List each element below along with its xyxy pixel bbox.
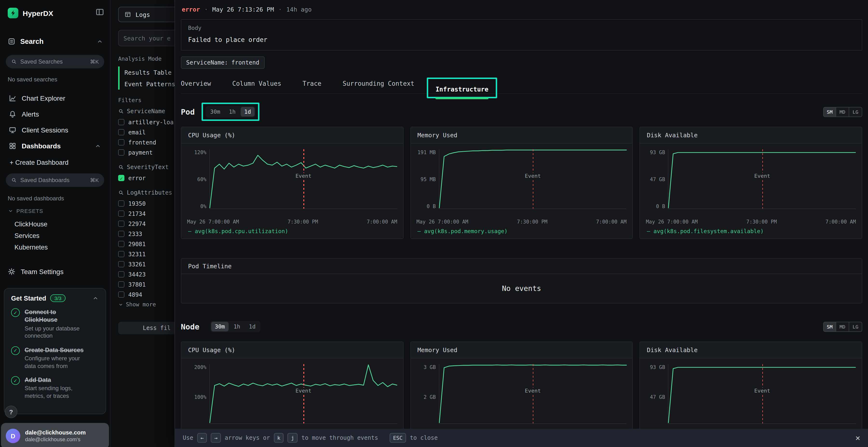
facet-value-row[interactable]: email xyxy=(118,127,175,137)
checkbox[interactable] xyxy=(118,200,124,207)
node-range-1h-button[interactable]: 1h xyxy=(230,322,244,332)
node-range-30m-button[interactable]: 30m xyxy=(211,322,229,332)
saved-searches-input[interactable] xyxy=(20,58,87,65)
pod-range-30m-button[interactable]: 30m xyxy=(207,107,224,116)
source-selector-button[interactable]: Logs xyxy=(118,7,175,22)
facet-value-row[interactable]: 33261 xyxy=(118,259,175,269)
get-started-item[interactable]: ✓ Connect to ClickHouse Set up your data… xyxy=(11,308,99,340)
saved-dashboards-input[interactable] xyxy=(20,177,87,183)
checkbox[interactable] xyxy=(118,149,124,156)
user-account-button[interactable]: D dale@clickhouse.com dale@clickhouse.co… xyxy=(1,423,109,447)
annotation-box-infrastructure-tab: Infrastructure xyxy=(427,77,497,98)
checkbox[interactable] xyxy=(118,119,124,125)
chevron-down-icon xyxy=(118,302,123,307)
pod-cpu-line-chart[interactable]: Event xyxy=(209,149,397,209)
facet-value-row[interactable]: 32311 xyxy=(118,249,175,259)
checkbox[interactable] xyxy=(118,220,124,227)
facet-value-row[interactable]: 22974 xyxy=(118,219,175,229)
get-started-item[interactable]: ✓ Add Data Start sending logs, metrics, … xyxy=(11,376,99,400)
logs-table-icon xyxy=(124,11,131,18)
sidebar-item-chart-explorer[interactable]: Chart Explorer xyxy=(6,92,104,105)
facet-value-row[interactable]: 21734 xyxy=(118,209,175,219)
less-filters-button[interactable]: Less fil xyxy=(118,322,175,334)
pod-size-lg-button[interactable]: LG xyxy=(849,107,862,117)
checkbox[interactable] xyxy=(118,241,124,247)
checkbox[interactable] xyxy=(118,291,124,298)
node-memory-line-chart[interactable]: Event xyxy=(439,364,626,424)
checkbox[interactable] xyxy=(118,251,124,257)
checkbox[interactable] xyxy=(118,139,124,145)
facet-value-row[interactable]: 2333 xyxy=(118,229,175,239)
pod-range-1h-button[interactable]: 1h xyxy=(225,107,240,116)
pod-size-sm-button[interactable]: SM xyxy=(823,107,836,117)
event-search-box[interactable] xyxy=(118,30,175,46)
event-search-input[interactable] xyxy=(123,34,175,42)
search-icon xyxy=(11,177,17,183)
saved-searches-search[interactable]: ⌘K xyxy=(6,55,104,68)
pod-disk-line-chart[interactable]: Event xyxy=(668,149,856,209)
y-tick: 200% xyxy=(194,364,207,370)
facet-value-row[interactable]: 34423 xyxy=(118,269,175,279)
show-more-link[interactable]: Show more xyxy=(118,300,175,309)
checkbox[interactable] xyxy=(118,261,124,267)
chart-title: Memory Used xyxy=(411,342,632,358)
monitor-icon xyxy=(9,126,17,134)
saved-dashboards-search[interactable]: ⌘K xyxy=(6,173,104,187)
sidebar-item-kubernetes[interactable]: Kubernetes xyxy=(14,244,110,251)
create-dashboard-button[interactable]: + Create Dashboard xyxy=(10,159,110,166)
tab-column-values[interactable]: Column Values xyxy=(232,80,281,94)
chevron-up-icon[interactable] xyxy=(92,295,99,302)
pod-chart-size-selector: SM MD LG xyxy=(823,107,862,117)
checkbox[interactable] xyxy=(118,231,124,237)
pod-size-md-button[interactable]: MD xyxy=(836,107,849,117)
facet-value-row[interactable]: error xyxy=(118,173,175,183)
checkbox[interactable] xyxy=(118,210,124,217)
tab-overview[interactable]: Overview xyxy=(181,80,211,94)
analysis-mode-results-table[interactable]: Results Table xyxy=(120,66,175,78)
node-cpu-line-chart[interactable]: Event xyxy=(209,364,397,424)
facet-value-row[interactable]: 4894 xyxy=(118,289,175,300)
facet-value-row[interactable]: 19350 xyxy=(118,199,175,209)
facet-value-row[interactable]: frontend xyxy=(118,137,175,147)
checkbox[interactable] xyxy=(118,281,124,287)
node-size-md-button[interactable]: MD xyxy=(836,321,849,332)
x-tick: May 26 7:00:00 AM xyxy=(416,219,468,225)
sidebar-section-search[interactable]: Search xyxy=(8,38,103,45)
sidebar-item-team-settings[interactable]: Team Settings xyxy=(5,265,104,278)
facet-value-row[interactable]: 29081 xyxy=(118,239,175,249)
facet-value-row[interactable]: artillery-loa xyxy=(118,117,175,127)
tab-surrounding-context[interactable]: Surrounding Context xyxy=(343,80,414,94)
checkbox[interactable] xyxy=(118,271,124,277)
close-panel-button[interactable]: × xyxy=(856,434,861,442)
pod-range-1d-button[interactable]: 1d xyxy=(240,107,255,116)
analysis-mode-event-patterns[interactable]: Event Patterns xyxy=(120,78,175,90)
checkbox-checked-icon[interactable] xyxy=(118,175,124,181)
event-body-section: Body Failed to place order xyxy=(181,19,862,50)
node-size-sm-button[interactable]: SM xyxy=(823,321,836,332)
sidebar-collapse-button[interactable] xyxy=(95,8,104,16)
sidebar-item-client-sessions[interactable]: Client Sessions xyxy=(6,123,104,137)
pod-memory-line-chart[interactable]: Event xyxy=(439,149,626,209)
tab-trace[interactable]: Trace xyxy=(303,80,321,94)
node-range-1d-button[interactable]: 1d xyxy=(245,322,259,332)
x-tick: 7:30:00 PM xyxy=(517,219,547,225)
node-size-lg-button[interactable]: LG xyxy=(849,321,862,332)
facet-value-label: frontend xyxy=(128,139,156,146)
get-started-item[interactable]: ✓ Create Data Sources Configure where yo… xyxy=(11,346,99,370)
tab-infrastructure[interactable]: Infrastructure xyxy=(435,86,488,99)
facet-value-row[interactable]: payment xyxy=(118,147,175,158)
facet-value-row[interactable]: 37801 xyxy=(118,279,175,289)
sidebar-item-services[interactable]: Services xyxy=(14,232,110,239)
help-button[interactable]: ? xyxy=(5,406,18,418)
service-name-chip[interactable]: ServiceName: frontend xyxy=(181,56,265,69)
pod-charts-row: CPU Usage (%) 120% 60% 0% Event May 26 7… xyxy=(181,127,862,239)
node-disk-line-chart[interactable]: Event xyxy=(668,364,856,424)
sidebar-item-alerts[interactable]: Alerts xyxy=(6,107,104,121)
get-started-item-subtitle: Set up your database connection xyxy=(25,325,86,340)
checkbox[interactable] xyxy=(118,129,124,135)
sidebar-item-clickhouse[interactable]: ClickHouse xyxy=(14,220,110,228)
sidebar-item-dashboards[interactable]: Dashboards xyxy=(6,139,104,153)
presets-toggle[interactable]: PRESETS xyxy=(8,208,110,214)
user-email: dale@clickhouse.com xyxy=(25,429,86,436)
facet-value-label: 21734 xyxy=(128,210,146,217)
